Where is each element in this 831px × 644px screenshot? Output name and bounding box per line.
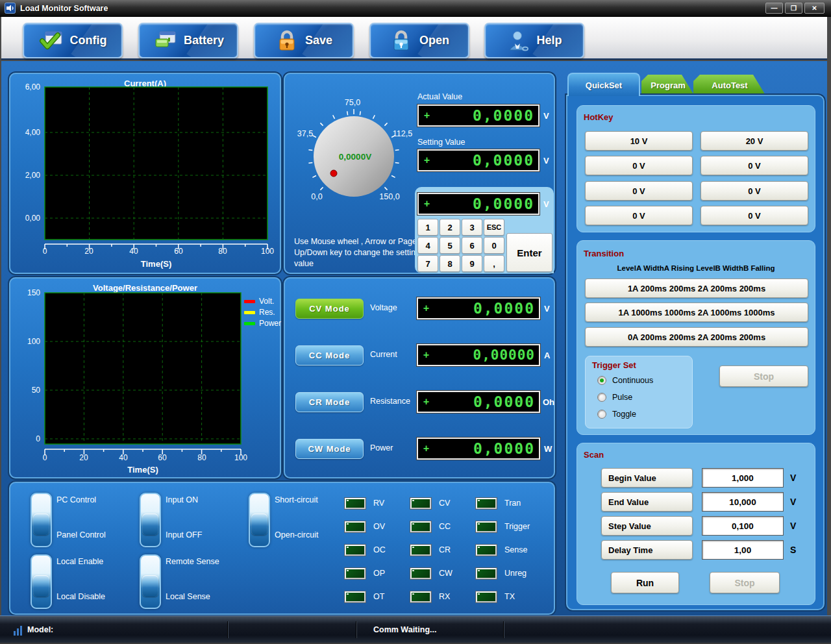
ot-led	[345, 591, 366, 602]
trigger-led	[476, 521, 497, 532]
tab-quickset[interactable]: QuickSet	[567, 73, 640, 96]
res-swatch	[244, 311, 255, 314]
setting-value-display: + 0,0000	[417, 149, 540, 171]
key-0[interactable]: 0	[484, 237, 504, 254]
local-disable-label: Local Disable	[56, 592, 105, 601]
input-off-label: Input OFF	[166, 530, 202, 539]
save-button-label: Save	[305, 34, 332, 47]
tran-led	[476, 498, 497, 509]
key-3[interactable]: 3	[462, 219, 482, 236]
maximize-button[interactable]: ❐	[785, 3, 802, 14]
hotkey-section: HotKey 10 V 20 V 0 V 0 V 0 V 0 V 0 V 0 V	[577, 105, 815, 232]
radio-pulse[interactable]: Pulse	[597, 393, 632, 402]
scan-run-button[interactable]: Run	[611, 572, 679, 593]
open-button[interactable]: Open	[369, 23, 469, 58]
transition-preset-1[interactable]: 1A 200ms 200ms 2A 200ms 200ms	[585, 279, 808, 298]
scan-stop-button[interactable]: Stop	[710, 572, 780, 593]
res-legend-label: Res.	[259, 308, 275, 317]
hotkey-0v-button[interactable]: 0 V	[585, 181, 693, 201]
key-1[interactable]: 1	[417, 219, 438, 236]
key-9[interactable]: 9	[462, 255, 482, 272]
local-sense-label: Local Sense	[166, 592, 210, 601]
cc-mode-button[interactable]: CC Mode	[295, 345, 364, 365]
dial-note: Use Mouse wheel , Arrow or Page Up/Down …	[294, 236, 421, 269]
y-tick: 0	[14, 434, 40, 443]
minimize-button[interactable]: —	[765, 3, 783, 14]
hotkey-0v-button[interactable]: 0 V	[701, 181, 808, 201]
begin-value-field[interactable]: 1,000	[702, 468, 784, 488]
key-2[interactable]: 2	[440, 219, 460, 236]
rv-led	[345, 498, 366, 509]
delay-time-button[interactable]: Delay Time	[601, 540, 693, 560]
tab-program[interactable]: Program	[641, 75, 695, 96]
hotkey-0v-button[interactable]: 0 V	[701, 156, 808, 175]
x-tick: 60	[149, 453, 175, 462]
battery-button[interactable]: Battery	[138, 23, 238, 58]
key-6[interactable]: 6	[462, 237, 482, 254]
input-on-off-switch[interactable]	[140, 493, 161, 547]
hotkey-20v-button[interactable]: 20 V	[701, 131, 808, 151]
hotkey-0v-button[interactable]: 0 V	[585, 206, 693, 225]
end-value-field[interactable]: 10,000	[702, 492, 784, 512]
right-panel: QuickSet Program AutoTest HotKey 10 V 20…	[566, 73, 825, 612]
delay-time-field[interactable]: 1,00	[702, 540, 784, 560]
x-tick: 40	[121, 247, 147, 256]
save-button[interactable]: Save	[254, 23, 354, 58]
trigger-set-group: Trigger Set Continuous Pulse Toggle	[585, 356, 693, 428]
radio-continuous[interactable]: Continuous	[597, 376, 653, 385]
step-value-field[interactable]: 0,100	[702, 516, 784, 536]
switch-knob	[251, 514, 267, 535]
control-panel: PC Control Panel Control Local Enable Lo…	[9, 482, 555, 615]
sense-switch[interactable]	[140, 554, 161, 609]
current-display: + 0,00000	[417, 344, 540, 366]
config-button[interactable]: Config	[23, 23, 123, 58]
local-enable-switch[interactable]	[31, 554, 52, 609]
open-circuit-label: Open-circuit	[275, 530, 318, 539]
pc-control-switch[interactable]	[31, 493, 52, 547]
key-esc[interactable]: ESC	[484, 219, 504, 236]
step-value-button[interactable]: Step Value	[601, 516, 693, 536]
resistance-unit: Oh	[543, 397, 554, 407]
cv-led	[410, 498, 431, 509]
hotkey-10v-button[interactable]: 10 V	[585, 131, 693, 151]
input-on-label: Input ON	[166, 495, 198, 504]
voltage-unit: V	[544, 304, 550, 314]
status-bar: Model: Comm Waiting...	[0, 615, 831, 644]
voltage-display: + 0,0000	[417, 297, 540, 319]
comm-status: Comm Waiting...	[373, 625, 436, 634]
key-8[interactable]: 8	[440, 255, 460, 272]
cr-mode-button[interactable]: CR Mode	[295, 392, 364, 412]
begin-value-button[interactable]: Begin Value	[601, 468, 693, 488]
tab-autotest[interactable]: AutoTest	[693, 75, 766, 96]
statusbar-separator	[356, 621, 356, 638]
key-4[interactable]: 4	[417, 237, 438, 254]
keypad-unit: V	[543, 199, 549, 209]
title-bar: Load Monitor Software — ❐ ✕	[0, 0, 831, 17]
cv-mode-button[interactable]: CV Mode	[295, 299, 364, 319]
resistance-sign: +	[423, 396, 429, 408]
key-7[interactable]: 7	[417, 255, 438, 272]
transition-stop-button[interactable]: Stop	[719, 365, 808, 387]
radio-toggle[interactable]: Toggle	[597, 410, 636, 419]
vrp-chart-panel: Voltage/Resistance/Power 150 100 50 0 0 …	[9, 277, 281, 478]
toolbar: Config Battery Save Open	[1, 17, 827, 60]
transition-preset-3[interactable]: 0A 200ms 200ms 2A 200ms 200ms	[585, 327, 808, 347]
transition-preset-2[interactable]: 1A 1000ms 1000ms 2A 1000ms 1000ms	[585, 303, 808, 322]
hotkey-0v-button[interactable]: 0 V	[701, 206, 808, 225]
resistance-label: Resistance	[370, 397, 410, 406]
pc-control-label: PC Control	[56, 495, 96, 504]
key-comma[interactable]: ,	[484, 255, 504, 272]
status-signal-icon	[13, 625, 23, 636]
short-circuit-switch[interactable]	[249, 493, 270, 547]
ot-led-label: OT	[373, 592, 384, 601]
key-enter[interactable]: Enter	[506, 233, 552, 272]
help-button[interactable]: Help	[484, 23, 584, 58]
key-5[interactable]: 5	[440, 237, 460, 254]
hotkey-0v-button[interactable]: 0 V	[585, 156, 693, 175]
y-tick: 0,00	[14, 214, 40, 223]
end-value-button[interactable]: End Value	[601, 492, 693, 512]
cw-mode-button[interactable]: CW Mode	[295, 439, 364, 459]
setting-digits: 0,0000	[473, 152, 534, 169]
trigger-led-label: Trigger	[504, 522, 530, 531]
close-button[interactable]: ✕	[804, 3, 825, 14]
